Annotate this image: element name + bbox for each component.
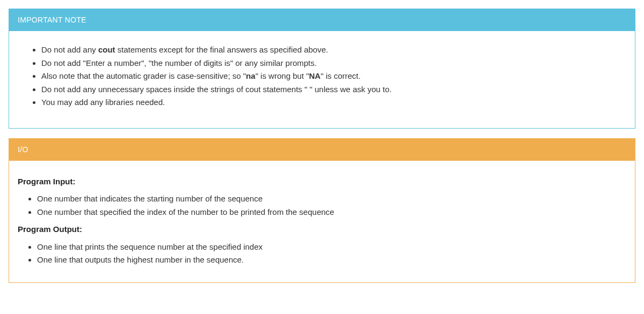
list-item: One number that specified the index of t…: [37, 206, 626, 219]
important-note-body: Do not add any cout statements except fo…: [9, 31, 635, 128]
list-item: Also note that the automatic grader is c…: [41, 70, 622, 83]
io-body: Program Input: One number that indicates…: [9, 161, 635, 282]
list-item: Do not add any unnecessary spaces inside…: [41, 84, 622, 96]
important-note-header: IMPORTANT NOTE: [9, 9, 635, 31]
io-panel: I/O Program Input: One number that indic…: [9, 138, 635, 283]
list-item: One number that indicates the starting n…: [37, 193, 626, 205]
list-item: Do not add "Enter a number", "the number…: [41, 57, 622, 70]
list-item: One line that prints the sequence number…: [37, 241, 626, 253]
list-item: You may add any libraries needed.: [41, 96, 622, 109]
io-header: I/O: [9, 139, 635, 161]
program-output-heading: Program Output:: [18, 223, 626, 236]
program-output-list: One line that prints the sequence number…: [18, 241, 626, 266]
program-input-heading: Program Input:: [18, 176, 626, 188]
important-note-list: Do not add any cout statements except fo…: [22, 44, 622, 109]
program-input-list: One number that indicates the starting n…: [18, 193, 626, 218]
important-note-panel: IMPORTANT NOTE Do not add any cout state…: [9, 9, 635, 129]
list-item: Do not add any cout statements except fo…: [41, 44, 622, 56]
list-item: One line that outputs the highest number…: [37, 254, 626, 266]
